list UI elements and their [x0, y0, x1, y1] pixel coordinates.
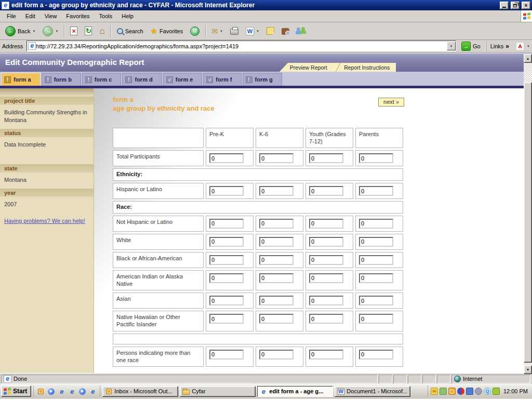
value-input[interactable]: [259, 350, 294, 360]
value-input[interactable]: [259, 153, 294, 163]
tray-sync-icon[interactable]: [457, 388, 464, 395]
value-input[interactable]: [259, 237, 294, 247]
tab-form-a[interactable]: !form a: [1, 73, 41, 86]
tab-form-d[interactable]: !form d: [122, 73, 162, 86]
tray-dev-icon[interactable]: [440, 388, 447, 395]
value-input[interactable]: [259, 314, 294, 324]
value-input[interactable]: [309, 237, 343, 247]
value-input[interactable]: [359, 186, 393, 196]
restore-button[interactable]: [511, 2, 520, 9]
value-input[interactable]: [309, 273, 343, 283]
quick-launch-outlook-icon[interactable]: [37, 388, 45, 395]
mail-dropdown-icon[interactable]: ▼: [220, 30, 223, 33]
quick-launch-ie-icon[interactable]: e: [89, 388, 97, 395]
value-input[interactable]: [209, 273, 244, 283]
tray-audio-icon[interactable]: [475, 388, 482, 395]
minimize-button[interactable]: [500, 2, 509, 9]
menu-item-tools[interactable]: Tools: [95, 11, 117, 21]
research-button[interactable]: [278, 25, 292, 36]
back-button[interactable]: ← Back ▼: [2, 24, 38, 38]
task-button[interactable]: Cyfar: [180, 386, 256, 397]
value-input[interactable]: [309, 186, 343, 196]
quick-launch-media-icon[interactable]: [78, 388, 86, 395]
task-button[interactable]: WDocument1 - Microsof...: [335, 386, 410, 397]
close-button[interactable]: ×: [522, 2, 530, 9]
value-input[interactable]: [359, 153, 393, 163]
menu-item-favorites[interactable]: Favorites: [61, 11, 94, 21]
quick-launch-media-icon[interactable]: [47, 388, 55, 395]
value-input[interactable]: [209, 219, 244, 229]
mail-button[interactable]: ✉ ▼: [208, 25, 226, 37]
value-input[interactable]: [209, 255, 244, 265]
value-input[interactable]: [309, 255, 343, 265]
menu-item-edit[interactable]: Edit: [21, 11, 40, 21]
next-button[interactable]: next »: [378, 98, 404, 107]
value-input[interactable]: [259, 255, 294, 265]
quick-launch-ie-icon[interactable]: e: [58, 388, 65, 395]
adobe-dropdown-icon[interactable]: ▼: [527, 45, 530, 48]
scrollbar-thumb[interactable]: [524, 82, 532, 363]
tray-mail-icon[interactable]: ✉: [431, 388, 438, 395]
value-input[interactable]: [359, 314, 393, 324]
back-dropdown-icon[interactable]: ▼: [32, 30, 35, 33]
forward-dropdown-icon[interactable]: ▼: [55, 30, 58, 33]
report-instructions-button[interactable]: Report Instructions: [338, 64, 396, 71]
value-input[interactable]: [359, 237, 393, 247]
preview-report-button[interactable]: Preview Report: [280, 64, 338, 71]
value-input[interactable]: [259, 219, 294, 229]
print-button[interactable]: [227, 25, 242, 36]
task-button[interactable]: eedit form a - age g...: [257, 386, 333, 397]
value-input[interactable]: [209, 237, 244, 247]
value-input[interactable]: [209, 186, 244, 196]
quick-launch-ie-icon[interactable]: e: [68, 388, 76, 395]
value-input[interactable]: [309, 219, 343, 229]
value-input[interactable]: [259, 273, 294, 283]
value-input[interactable]: [309, 296, 343, 305]
value-input[interactable]: [209, 153, 244, 163]
task-button[interactable]: Inbox - Microsoft Out...: [102, 386, 178, 397]
value-input[interactable]: [309, 314, 343, 324]
history-button[interactable]: ↺: [187, 25, 203, 37]
tray-qt-icon[interactable]: Q: [484, 388, 491, 395]
refresh-button[interactable]: ↻: [82, 25, 95, 37]
value-input[interactable]: [259, 296, 294, 305]
tab-form-f[interactable]: √form f: [203, 73, 241, 86]
value-input[interactable]: [359, 219, 393, 229]
tab-form-c[interactable]: !form c: [82, 73, 122, 86]
go-button[interactable]: → Go: [459, 41, 483, 51]
value-input[interactable]: [209, 314, 244, 324]
scroll-up-button[interactable]: ▲: [524, 54, 532, 63]
value-input[interactable]: [359, 350, 393, 360]
favorites-button[interactable]: ★ Favorites: [148, 25, 187, 37]
word-dropdown-icon[interactable]: ▼: [256, 30, 259, 33]
value-input[interactable]: [359, 273, 393, 283]
tab-form-e[interactable]: √form e: [163, 73, 203, 86]
discuss-button[interactable]: [263, 25, 277, 36]
address-dropdown-button[interactable]: ▼: [447, 42, 456, 50]
menu-item-help[interactable]: Help: [117, 11, 138, 21]
menu-item-file[interactable]: File: [2, 11, 21, 21]
value-input[interactable]: [359, 296, 393, 305]
links-button[interactable]: Links »: [486, 41, 513, 52]
value-input[interactable]: [309, 153, 343, 163]
scroll-down-button[interactable]: ▼: [524, 365, 532, 374]
tray-net-icon[interactable]: [466, 388, 473, 395]
value-input[interactable]: [359, 255, 393, 265]
value-input[interactable]: [209, 350, 244, 360]
tab-form-b[interactable]: !form b: [42, 73, 81, 86]
search-button[interactable]: Search: [114, 26, 147, 36]
tab-form-g[interactable]: !form g: [243, 73, 282, 86]
tray-nv-icon[interactable]: [493, 388, 500, 395]
value-input[interactable]: [209, 296, 244, 305]
address-input[interactable]: [36, 42, 447, 50]
menu-item-view[interactable]: View: [40, 11, 62, 21]
forward-button[interactable]: → ▼: [39, 24, 61, 38]
value-input[interactable]: [309, 350, 343, 360]
value-input[interactable]: [259, 186, 294, 196]
tray-clock-icon[interactable]: [448, 388, 456, 395]
help-link[interactable]: Having problems? We can help!: [4, 218, 85, 224]
edit-with-word-button[interactable]: W ▼: [243, 25, 262, 37]
messenger-button[interactable]: [294, 25, 309, 37]
home-button[interactable]: ⌂: [96, 25, 108, 37]
vertical-scrollbar[interactable]: ▲ ▼: [524, 54, 532, 374]
